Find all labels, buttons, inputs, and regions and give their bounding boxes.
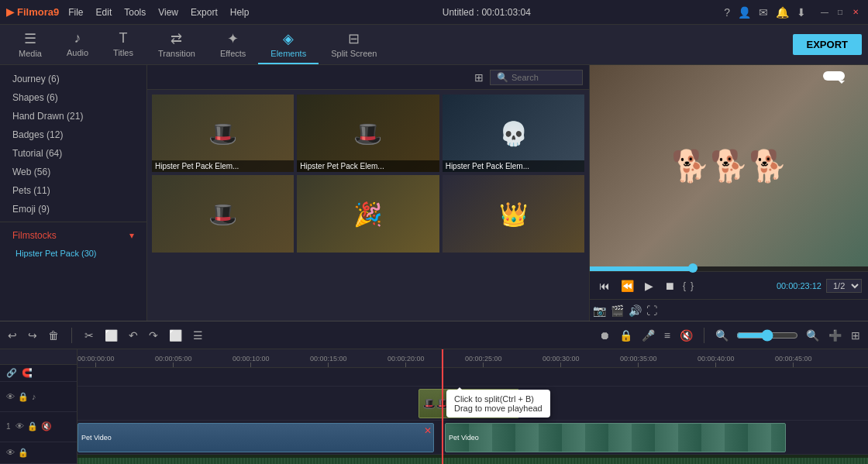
notification-icon[interactable]: 🔔 — [776, 6, 789, 19]
download-icon[interactable]: ⬇ — [797, 6, 806, 19]
menu-tools[interactable]: Tools — [124, 7, 146, 18]
sidebar-item-emoji[interactable]: Emoji (9) — [0, 200, 146, 218]
sidebar-item-web[interactable]: Web (56) — [0, 163, 146, 181]
rotate-left-icon[interactable]: ↶ — [127, 328, 140, 343]
ruler-mark-5: 00:00:25:00 — [465, 355, 502, 367]
zoom-in-icon[interactable]: 🔍 — [804, 328, 821, 343]
sidebar-item-badges[interactable]: Badges (12) — [0, 125, 146, 144]
play-button[interactable]: ▶ — [642, 278, 656, 294]
account-icon[interactable]: 👤 — [738, 6, 751, 19]
thumbnail-3[interactable]: 💀 Hipster Pet Pack Elem... — [443, 95, 584, 172]
mute-icon[interactable]: 🔇 — [678, 328, 694, 343]
playhead[interactable]: Click to split(Ctrl + B) Drag to move pl… — [442, 349, 443, 464]
undo-icon[interactable]: ↩ — [6, 328, 19, 343]
delete-icon[interactable]: 🗑 — [46, 328, 60, 343]
volume-icon[interactable]: 🔊 — [629, 304, 642, 317]
progress-handle[interactable] — [688, 263, 698, 273]
color-icon[interactable]: ⬜ — [167, 328, 184, 343]
bracket-close[interactable]: } — [691, 280, 694, 291]
camera-icon[interactable]: 🎬 — [611, 304, 624, 317]
cut-icon[interactable]: ✂ — [83, 328, 95, 343]
preview-progress-bar[interactable] — [590, 266, 868, 271]
screenshot-icon[interactable]: 📷 — [593, 304, 606, 317]
sidebar-item-tutorial[interactable]: Tutorial (64) — [0, 144, 146, 163]
tab-effects[interactable]: ✦ Effects — [208, 25, 258, 64]
mixer-icon[interactable]: ≡ — [663, 328, 672, 343]
track-video-lock-icon[interactable]: 🔒 — [27, 421, 38, 431]
menu-file[interactable]: File — [68, 7, 83, 18]
magnet-icon[interactable]: 🧲 — [22, 368, 33, 378]
record-icon[interactable]: ⏺ — [598, 328, 611, 343]
redo-icon[interactable]: ↪ — [26, 328, 39, 343]
zoom-select[interactable]: 1/2 1/1 1/4 — [826, 279, 862, 293]
step-back-button[interactable]: ⏪ — [618, 278, 637, 294]
clip-delete-button[interactable]: ✕ — [424, 425, 432, 436]
track-audio-eye-icon[interactable]: 👁 — [6, 448, 15, 458]
preview-screen: 🐕🐕🐕 — [590, 65, 868, 266]
transition-icon: ⇄ — [170, 30, 182, 47]
audio-track-icons: 👁 🔒 — [6, 448, 29, 458]
thumbnail-5[interactable]: 🎉 — [297, 175, 439, 253]
tab-splitscreen[interactable]: ⊟ Split Screen — [319, 25, 389, 64]
track-lock-icon[interactable]: 🔒 — [18, 392, 29, 402]
track-eye-icon[interactable]: 👁 — [6, 392, 15, 402]
video-clip-2[interactable]: Pet Video — [445, 423, 786, 452]
close-button[interactable]: ✕ — [849, 6, 862, 19]
menu-help[interactable]: Help — [230, 7, 250, 18]
minimize-button[interactable]: — — [818, 6, 831, 19]
timeline-zoom-slider[interactable] — [736, 329, 798, 342]
timeline-right-controls: ⏺ 🔒 🎤 ≡ 🔇 🔍 🔍 ➕ ⊞ — [598, 328, 862, 343]
track-labels: 🔗 🧲 👁 🔒 ♪ 1 👁 🔒 🔇 — [0, 349, 78, 464]
add-track-icon[interactable]: ➕ — [827, 328, 843, 343]
track-audio-icon[interactable]: ♪ — [32, 392, 36, 402]
sidebar-item-handdrawn[interactable]: Hand Drawn (21) — [0, 107, 146, 125]
thumbnail-2[interactable]: 🎩 Hipster Pet Pack Elem... — [297, 95, 439, 172]
sidebar-filmstocks[interactable]: Filmstocks ▾ — [0, 225, 146, 246]
tab-elements[interactable]: ◈ Elements — [258, 25, 319, 64]
bracket-open[interactable]: { — [683, 280, 686, 291]
ruler-mark-4: 00:00:20:00 — [388, 355, 425, 367]
panel-icon[interactable]: ⊞ — [849, 328, 862, 343]
mail-icon[interactable]: ✉ — [759, 6, 768, 19]
lock-icon[interactable]: 🔒 — [618, 328, 634, 343]
rotate-right-icon[interactable]: ↷ — [147, 328, 160, 343]
grid-toggle-icon[interactable]: ⊞ — [474, 71, 484, 84]
crop-icon[interactable]: ⬜ — [103, 328, 119, 343]
zoom-out-icon[interactable]: 🔍 — [714, 328, 730, 343]
fullscreen-icon[interactable]: ⛶ — [646, 304, 657, 317]
tab-titles[interactable]: T Titles — [101, 25, 146, 64]
search-input[interactable] — [512, 73, 581, 82]
export-button[interactable]: EXPORT — [793, 34, 862, 55]
menu-export[interactable]: Export — [191, 7, 218, 18]
thumbnail-6[interactable]: 👑 — [443, 175, 584, 253]
link-icon[interactable]: 🔗 — [6, 368, 17, 378]
thumbnail-4[interactable]: 🎩 — [152, 175, 294, 253]
track-label-video: 1 👁 🔒 🔇 — [0, 412, 77, 442]
maximize-button[interactable]: □ — [834, 6, 846, 19]
track-audio-lock-icon2[interactable]: 🔒 — [18, 448, 29, 458]
thumbnail-1[interactable]: 🎩 Hipster Pet Pack Elem... — [152, 95, 294, 172]
stop-button[interactable]: ⏹ — [661, 278, 678, 294]
sidebar-hipster-pack[interactable]: Hipster Pet Pack (30) — [0, 246, 146, 261]
right-icons: ? 👤 ✉ 🔔 ⬇ — [724, 6, 806, 19]
track-label-audio: 👁 🔒 — [0, 442, 77, 464]
track-video-mute-icon[interactable]: 🔇 — [41, 421, 52, 431]
mic-icon[interactable]: 🎤 — [640, 328, 656, 343]
menu-edit[interactable]: Edit — [96, 7, 112, 18]
tab-transition[interactable]: ⇄ Transition — [146, 25, 208, 64]
tab-media[interactable]: ☰ Media — [6, 25, 54, 64]
search-icon: 🔍 — [497, 72, 508, 83]
sidebar-item-pets[interactable]: Pets (11) — [0, 181, 146, 200]
tab-media-label: Media — [19, 49, 42, 58]
audio-mix-icon[interactable]: ☰ — [191, 328, 205, 343]
sidebar-item-journey[interactable]: Journey (6) — [0, 70, 146, 88]
menu-view[interactable]: View — [158, 7, 178, 18]
sidebar-item-shapes[interactable]: Shapes (6) — [0, 88, 146, 107]
track-video-eye-icon[interactable]: 👁 — [16, 421, 24, 431]
tab-audio[interactable]: ♪ Audio — [54, 25, 101, 64]
help-icon[interactable]: ? — [724, 6, 730, 19]
rewind-button[interactable]: ⏮ — [596, 278, 613, 294]
ruler-mark-0: 00:00:00:00 — [78, 355, 115, 367]
video-clip-1[interactable]: Pet Video ✕ — [78, 423, 434, 452]
media-icon: ☰ — [24, 30, 36, 47]
